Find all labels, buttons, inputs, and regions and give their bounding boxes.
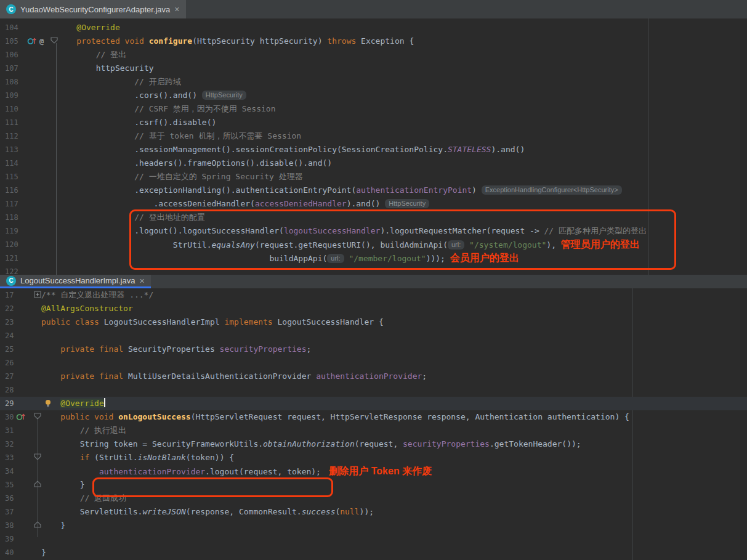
line-number[interactable]: 115	[0, 170, 18, 184]
code-token: (request,	[355, 439, 403, 448]
line-number[interactable]: 31	[0, 424, 14, 437]
line-number[interactable]: 122	[0, 265, 18, 275]
fold-open-icon[interactable]	[50, 37, 58, 44]
line-number[interactable]: 38	[0, 519, 14, 532]
code-text[interactable]: }	[41, 519, 65, 532]
line-number[interactable]: 22	[0, 302, 14, 315]
line-number[interactable]: 39	[0, 532, 14, 546]
code-text[interactable]: // CSRF 禁用，因为不使用 Session	[57, 102, 275, 116]
override-icon	[16, 413, 26, 421]
gutter: 24	[0, 329, 41, 343]
line-number[interactable]: 35	[0, 478, 14, 492]
code-token: implements	[224, 317, 277, 327]
code-token: authenticationEntryPoint	[356, 185, 472, 195]
code-text[interactable]: }	[41, 478, 84, 492]
code-text[interactable]: String token = SecurityFrameworkUtils.ob…	[41, 437, 581, 451]
line-number[interactable]: 110	[0, 102, 18, 116]
code-text[interactable]: public class LogoutSuccessHandlerImpl im…	[41, 315, 384, 329]
code-text[interactable]: // 执行退出	[41, 424, 126, 437]
editor-pane-top: C YudaoWebSecurityConfigurerAdapter.java…	[0, 0, 747, 275]
line-number[interactable]: 24	[0, 329, 14, 343]
code-text[interactable]: // 登出	[57, 48, 126, 62]
code-text[interactable]: .logout().logoutSuccessHandler(logoutSuc…	[57, 224, 647, 238]
code-text[interactable]: // 返回成功	[41, 492, 126, 505]
code-text[interactable]: public void onLogoutSuccess(HttpServletR…	[41, 410, 629, 424]
code-text[interactable]: if (StrUtil.isNotBlank(token)) {	[41, 451, 234, 465]
code-text[interactable]: httpSecurity	[57, 62, 154, 75]
code-text[interactable]: .cors().and() HttpSecurity	[57, 89, 246, 102]
close-icon[interactable]: ×	[139, 277, 144, 285]
indent	[57, 254, 269, 263]
fold-close-icon[interactable]	[34, 521, 41, 528]
close-icon[interactable]: ×	[174, 5, 179, 14]
code-text[interactable]: /** 自定义退出处理器 ...*/	[41, 288, 153, 302]
code-text[interactable]: authenticationProvider.logout(request, t…	[41, 465, 432, 478]
code-text[interactable]: private final SecurityProperties securit…	[41, 343, 311, 356]
line-number[interactable]: 17	[0, 288, 14, 302]
line-number[interactable]: 27	[0, 370, 14, 383]
fold-open-icon[interactable]	[34, 453, 41, 460]
code-line: 26	[0, 356, 747, 370]
code-text[interactable]: .csrf().disable()	[57, 116, 216, 129]
fold-open-icon[interactable]	[34, 413, 41, 420]
tab-logout-success-handler-impl[interactable]: C LogoutSuccessHandlerImpl.java ×	[0, 275, 151, 288]
line-number[interactable]: 30	[0, 410, 14, 424]
line-number[interactable]: 36	[0, 492, 14, 505]
code-text[interactable]: }	[41, 546, 46, 559]
line-number[interactable]: 105	[0, 34, 18, 48]
gutter: 33	[0, 451, 41, 465]
line-number[interactable]: 109	[0, 89, 18, 102]
line-number[interactable]: 112	[0, 129, 18, 143]
fold-collapsed-icon[interactable]	[34, 291, 41, 298]
line-number[interactable]: 23	[0, 315, 14, 329]
line-number[interactable]: 33	[0, 451, 14, 465]
code-text[interactable]: buildAppApi(url: "/member/logout"))); 会员…	[57, 251, 519, 265]
code-text[interactable]: @Override	[57, 21, 120, 34]
code-text[interactable]: // 开启跨域	[57, 75, 181, 89]
editor-bottom[interactable]: 17/** 自定义退出处理器 ...*/22@AllArgsConstructo…	[0, 288, 747, 560]
line-number[interactable]: 40	[0, 546, 14, 559]
line-number[interactable]: 114	[0, 156, 18, 170]
line-number[interactable]: 106	[0, 48, 18, 62]
line-number[interactable]: 116	[0, 184, 18, 197]
line-number[interactable]: 113	[0, 143, 18, 156]
code-token: .sessionManagement().sessionCreationPoli…	[134, 145, 448, 154]
code-token: // 一堆自定义的 Spring Security 处理器	[134, 172, 303, 181]
line-number[interactable]: 108	[0, 75, 18, 89]
code-text[interactable]: // 一堆自定义的 Spring Security 处理器	[57, 170, 303, 184]
indent	[41, 467, 99, 476]
line-number[interactable]: 25	[0, 343, 14, 356]
code-text[interactable]: // 登出地址的配置	[57, 211, 205, 224]
code-text[interactable]: .exceptionHandling().authenticationEntry…	[57, 184, 622, 197]
line-number[interactable]: 26	[0, 356, 14, 370]
code-line: 109 .cors().and() HttpSecurity	[0, 89, 747, 102]
code-token: }	[41, 548, 46, 557]
code-text[interactable]: @AllArgsConstructor	[41, 302, 133, 315]
code-text[interactable]: private final MultiUserDetailsAuthentica…	[41, 370, 427, 383]
code-text[interactable]: // 基于 token 机制，所以不需要 Session	[57, 129, 301, 143]
code-text[interactable]: StrUtil.equalsAny(request.getRequestURI(…	[57, 238, 640, 251]
code-text[interactable]: ServletUtils.writeJSON(response, CommonR…	[41, 505, 374, 519]
line-number[interactable]: 104	[0, 21, 18, 34]
code-text[interactable]: .sessionManagement().sessionCreationPoli…	[57, 143, 525, 156]
line-number[interactable]: 32	[0, 437, 14, 451]
code-line: 23public class LogoutSuccessHandlerImpl …	[0, 315, 747, 329]
code-text[interactable]: protected void configure(HttpSecurity ht…	[57, 34, 414, 48]
code-text[interactable]: .accessDeniedHandler(accessDeniedHandler…	[57, 197, 429, 211]
code-text[interactable]: .headers().frameOptions().disable().and(…	[57, 156, 332, 170]
line-number[interactable]: 118	[0, 211, 18, 224]
line-number[interactable]: 117	[0, 197, 18, 211]
line-number[interactable]: 107	[0, 62, 18, 75]
line-number[interactable]: 111	[0, 116, 18, 129]
editor-top[interactable]: 104 @Override105@ protected void configu…	[0, 18, 747, 275]
fold-close-icon[interactable]	[34, 481, 41, 487]
line-number[interactable]: 34	[0, 465, 14, 478]
line-number[interactable]: 37	[0, 505, 14, 519]
line-number[interactable]: 29	[0, 397, 14, 410]
line-number[interactable]: 119	[0, 224, 18, 238]
annotation-text: 管理员用户的登出	[561, 239, 640, 250]
line-number[interactable]: 28	[0, 383, 14, 397]
line-number[interactable]: 120	[0, 238, 18, 251]
line-number[interactable]: 121	[0, 251, 18, 265]
tab-yudao-web-security-configurer-adapter[interactable]: C YudaoWebSecurityConfigurerAdapter.java…	[0, 0, 186, 18]
